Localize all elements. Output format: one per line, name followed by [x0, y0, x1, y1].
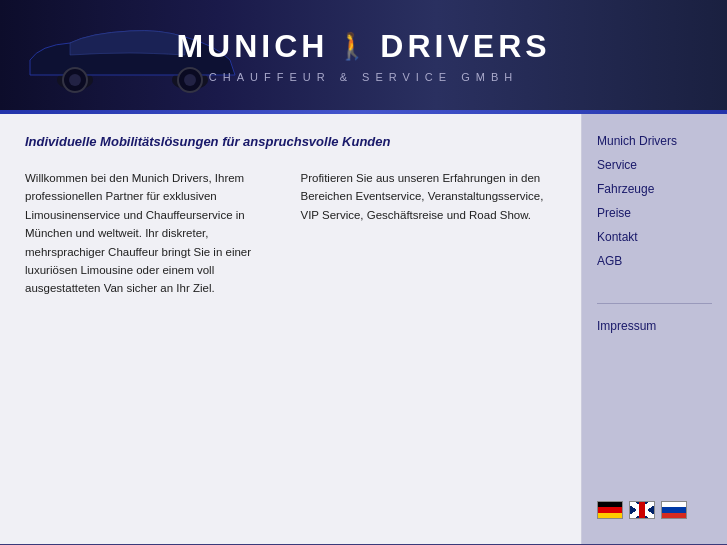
- content-area: Individuelle Mobilitätslösungen für ansp…: [0, 114, 582, 544]
- nav-item-fahrzeuge[interactable]: Fahrzeuge: [597, 177, 712, 201]
- impressum-section: Impressum: [582, 314, 727, 338]
- nav-divider: [597, 303, 712, 304]
- header: MUNICH 🚶 DRIVERS CHAUFFEUR & SERVICE GMB…: [0, 0, 727, 110]
- nav-item-service[interactable]: Service: [597, 153, 712, 177]
- nav-item-agb[interactable]: AGB: [597, 249, 712, 273]
- flag-de-icon[interactable]: [597, 501, 623, 519]
- company-subtitle: CHAUFFEUR & SERVICE GMBH: [209, 71, 518, 83]
- main-wrapper: Individuelle Mobilitätslösungen für ansp…: [0, 114, 727, 544]
- page-headline: Individuelle Mobilitätslösungen für ansp…: [25, 134, 556, 149]
- brand-munich: MUNICH: [176, 28, 328, 65]
- text-column-right: Profitieren Sie aus unseren Erfahrungen …: [301, 169, 557, 298]
- flag-gb-icon[interactable]: [629, 501, 655, 519]
- brand-name: MUNICH 🚶 DRIVERS: [176, 28, 550, 65]
- nav-item-impressum[interactable]: Impressum: [597, 314, 712, 338]
- nav-item-kontakt[interactable]: Kontakt: [597, 225, 712, 249]
- flags-section: [582, 491, 727, 529]
- sidebar: Munich DriversServiceFahrzeugePreiseKont…: [582, 114, 727, 544]
- text-columns: Willkommen bei den Munich Drivers, Ihrem…: [25, 169, 556, 298]
- nav-item-munich-drivers[interactable]: Munich Drivers: [597, 129, 712, 153]
- header-title-block: MUNICH 🚶 DRIVERS CHAUFFEUR & SERVICE GMB…: [0, 0, 727, 110]
- nav-item-preise[interactable]: Preise: [597, 201, 712, 225]
- brand-drivers: DRIVERS: [380, 28, 550, 65]
- text-column-left: Willkommen bei den Munich Drivers, Ihrem…: [25, 169, 281, 298]
- nav-section: Munich DriversServiceFahrzeugePreiseKont…: [582, 129, 727, 273]
- flag-ru-icon[interactable]: [661, 501, 687, 519]
- runner-figure-icon: 🚶: [336, 31, 372, 62]
